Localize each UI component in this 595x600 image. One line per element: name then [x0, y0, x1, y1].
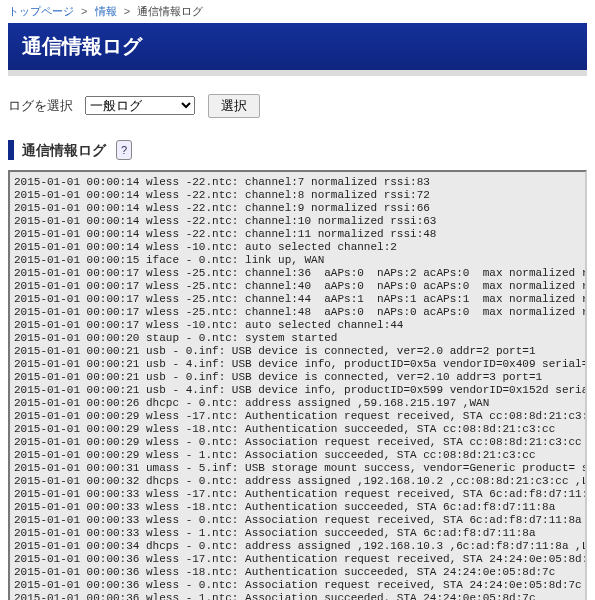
log-output[interactable]: 2015-01-01 00:00:14 wless -22.ntc: chann…: [8, 170, 587, 600]
breadcrumb-info[interactable]: 情報: [95, 5, 117, 17]
log-select[interactable]: 一般ログ: [85, 96, 195, 115]
log-select-label: ログを選択: [8, 98, 73, 113]
page-title: 通信情報ログ: [8, 23, 587, 76]
breadcrumb-current: 通信情報ログ: [137, 5, 203, 17]
section-heading: 通信情報ログ ?: [8, 140, 587, 160]
breadcrumb-sep-2: >: [124, 5, 130, 17]
section-heading-text: 通信情報ログ: [22, 142, 106, 158]
log-selector-row: ログを選択 一般ログ 選択: [8, 94, 587, 118]
breadcrumb-top[interactable]: トップページ: [8, 5, 74, 17]
select-button[interactable]: 選択: [208, 94, 260, 118]
breadcrumb: トップページ > 情報 > 通信情報ログ: [8, 4, 587, 19]
help-icon[interactable]: ?: [116, 140, 132, 160]
breadcrumb-sep-1: >: [81, 5, 87, 17]
